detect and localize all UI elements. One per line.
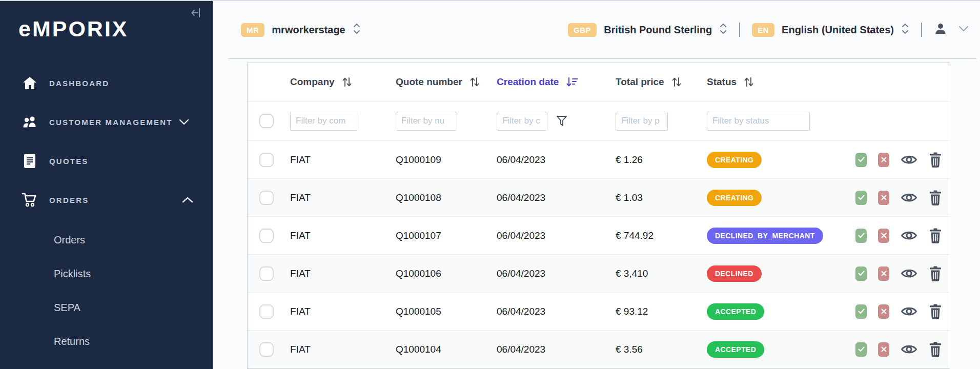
quote-number-filter-input[interactable] bbox=[396, 112, 457, 131]
submenu-item-returns[interactable]: Returns bbox=[0, 324, 213, 358]
table-row: FIAT Q1000105 06/04/2023 € 93.12 ACCEPTE… bbox=[248, 293, 950, 331]
home-icon bbox=[22, 76, 38, 90]
x-icon bbox=[881, 157, 887, 162]
topbar-bottom-border bbox=[228, 58, 976, 59]
company-cell: FIAT bbox=[290, 230, 396, 241]
total-price-cell: € 93.12 bbox=[616, 306, 707, 317]
check-icon bbox=[858, 195, 865, 200]
submenu-item-orders[interactable]: Orders bbox=[0, 223, 213, 257]
total-price-cell: € 3.56 bbox=[616, 344, 707, 355]
table-row: FIAT Q1000106 06/04/2023 € 3,410 DECLINE… bbox=[248, 255, 950, 293]
table-row: FIAT Q1000108 06/04/2023 € 1.03 CREATING bbox=[248, 179, 950, 217]
chevron-up-icon bbox=[182, 196, 193, 203]
currency-selector[interactable]: GBP British Pound Sterling bbox=[568, 22, 727, 37]
reject-button[interactable] bbox=[878, 229, 889, 243]
creation-date-cell: 06/04/2023 bbox=[497, 154, 616, 166]
status-badge: DECLINED_BY_MERCHANT bbox=[707, 228, 823, 244]
creation-date-cell: 06/04/2023 bbox=[497, 192, 616, 203]
view-icon[interactable] bbox=[901, 230, 917, 241]
delete-icon[interactable] bbox=[929, 304, 942, 319]
creation-date-cell: 06/04/2023 bbox=[497, 306, 616, 317]
sidebar-item-quotes[interactable]: QUOTES bbox=[0, 141, 213, 180]
delete-icon[interactable] bbox=[929, 152, 942, 168]
creation-date-cell: 06/04/2023 bbox=[497, 344, 616, 355]
reject-button[interactable] bbox=[878, 342, 889, 357]
view-icon[interactable] bbox=[901, 268, 917, 279]
view-icon[interactable] bbox=[901, 305, 917, 317]
reject-button[interactable] bbox=[878, 191, 889, 205]
approve-button[interactable] bbox=[855, 304, 867, 319]
total-price-filter-input[interactable] bbox=[616, 112, 668, 131]
sidebar-item-orders[interactable]: ORDERS bbox=[0, 180, 213, 219]
delete-icon[interactable] bbox=[929, 266, 942, 281]
row-checkbox[interactable] bbox=[259, 304, 274, 319]
creation-date-filter-input[interactable] bbox=[497, 112, 547, 131]
approve-button[interactable] bbox=[855, 266, 867, 281]
delete-icon[interactable] bbox=[929, 228, 942, 243]
company-cell: FIAT bbox=[290, 268, 396, 279]
view-icon[interactable] bbox=[901, 154, 917, 166]
selector-updown-icon bbox=[353, 22, 361, 37]
company-cell: FIAT bbox=[290, 192, 396, 203]
delete-icon[interactable] bbox=[929, 190, 942, 206]
language-selector[interactable]: EN English (United States) bbox=[752, 22, 909, 37]
tenant-selector[interactable]: MR mrworkerstage bbox=[241, 22, 361, 37]
quote-number-cell: Q1000108 bbox=[396, 192, 497, 203]
chevron-down-icon bbox=[179, 118, 189, 126]
row-checkbox[interactable] bbox=[259, 266, 274, 281]
column-header-status[interactable]: Status bbox=[707, 76, 855, 88]
row-checkbox[interactable] bbox=[259, 191, 274, 205]
sidebar-item-dashboard[interactable]: DASHBOARD bbox=[0, 64, 213, 102]
row-checkbox[interactable] bbox=[259, 153, 274, 167]
quote-number-cell: Q1000104 bbox=[396, 344, 497, 355]
user-menu[interactable] bbox=[934, 22, 969, 37]
view-icon[interactable] bbox=[901, 343, 917, 355]
column-header-quote-number[interactable]: Quote number bbox=[396, 76, 497, 88]
status-filter-input[interactable] bbox=[707, 112, 810, 131]
check-icon bbox=[858, 271, 865, 276]
orders-submenu: Orders Picklists SEPA Returns bbox=[0, 223, 213, 358]
approve-button[interactable] bbox=[855, 153, 867, 167]
check-icon bbox=[858, 157, 865, 162]
sidebar-item-label: QUOTES bbox=[49, 157, 89, 166]
sidebar-item-customer-management[interactable]: CUSTOMER MANAGEMENT bbox=[0, 102, 213, 141]
reject-button[interactable] bbox=[878, 153, 889, 167]
submenu-item-picklists[interactable]: Picklists bbox=[0, 257, 213, 291]
column-header-company[interactable]: Company bbox=[290, 76, 396, 88]
reject-button[interactable] bbox=[878, 304, 889, 319]
table-row: FIAT Q1000104 06/04/2023 € 3.56 ACCEPTED bbox=[248, 331, 950, 368]
sidebar-collapse-icon[interactable] bbox=[190, 7, 201, 20]
approve-button[interactable] bbox=[855, 229, 867, 243]
column-header-creation-date[interactable]: Creation date bbox=[497, 76, 616, 88]
total-price-cell: € 3,410 bbox=[616, 268, 707, 279]
sort-icon bbox=[671, 76, 682, 88]
column-label: Total price bbox=[616, 76, 664, 88]
company-cell: FIAT bbox=[290, 344, 396, 355]
x-icon bbox=[881, 195, 887, 200]
row-checkbox[interactable] bbox=[259, 342, 274, 357]
company-filter-input[interactable] bbox=[290, 112, 357, 131]
status-badge: CREATING bbox=[707, 152, 762, 168]
submenu-item-sepa[interactable]: SEPA bbox=[0, 291, 213, 324]
cart-icon bbox=[22, 192, 38, 208]
sidebar-item-label: ORDERS bbox=[49, 196, 89, 204]
select-all-checkbox[interactable] bbox=[259, 114, 274, 128]
row-checkbox[interactable] bbox=[259, 229, 274, 243]
row-actions bbox=[855, 304, 950, 319]
row-actions bbox=[855, 266, 950, 281]
status-badge: CREATING bbox=[707, 190, 762, 206]
quotes-table: Company Quote number Creation date Total… bbox=[247, 63, 950, 369]
quote-number-cell: Q1000106 bbox=[396, 268, 497, 279]
column-label: Company bbox=[290, 76, 335, 88]
reject-button[interactable] bbox=[878, 266, 889, 281]
column-header-total-price[interactable]: Total price bbox=[616, 76, 707, 88]
topbar-right: GBP British Pound Sterling EN English (U… bbox=[568, 22, 969, 37]
check-icon bbox=[858, 309, 865, 314]
delete-icon[interactable] bbox=[929, 342, 942, 357]
filter-funnel-icon[interactable] bbox=[556, 115, 568, 127]
approve-button[interactable] bbox=[855, 342, 867, 357]
approve-button[interactable] bbox=[855, 191, 867, 205]
view-icon[interactable] bbox=[901, 192, 917, 203]
creation-date-cell: 06/04/2023 bbox=[497, 268, 616, 279]
row-actions bbox=[855, 342, 950, 357]
